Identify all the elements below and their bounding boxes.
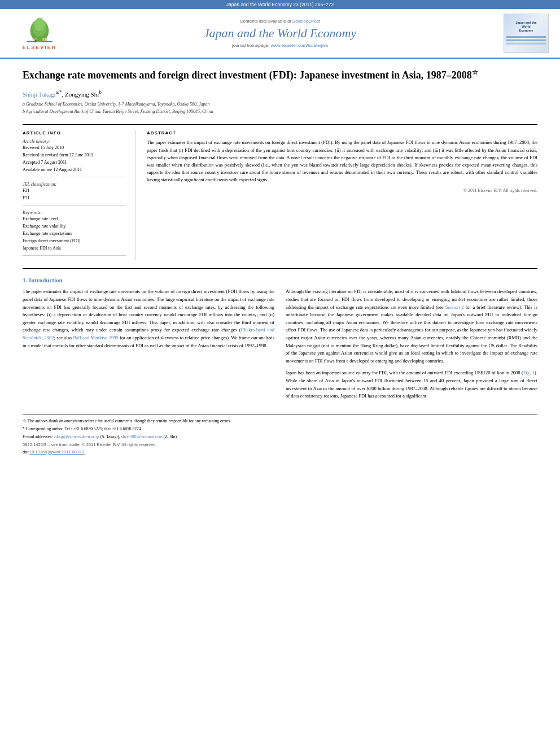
journal-header-center: Contents lists available at ScienceDirec… (68, 19, 492, 48)
ball-mankiw-link[interactable]: Ball and Mankiw, 1995 (73, 335, 118, 340)
intro-body-columns: The paper estimates the impact of exchan… (23, 288, 537, 404)
affiliation-b: b Agricultural Development Bank of China… (23, 108, 537, 116)
journal-cover-image: Japan and the World Economy (504, 14, 549, 53)
svg-point-5 (34, 38, 37, 41)
article-info-heading: ARTICLE INFO (23, 130, 126, 136)
title-star: ☆ (472, 68, 478, 76)
revised-date: Received in revised form 27 June 2011 (23, 152, 126, 158)
intro-col1-p1: The paper estimates the impact of exchan… (23, 288, 274, 350)
intro-col2-p1: Although the existing literature on FDI … (286, 288, 537, 365)
author-name-2: (Z. Shi). (163, 434, 178, 439)
email-label: E-mail addresses: (23, 434, 54, 439)
abstract-heading: ABSTRACT (147, 130, 537, 136)
intro-col-right: Although the existing literature on FDI … (286, 288, 537, 404)
cover-lines (506, 35, 546, 46)
elsevier-logo-area: ELSEVIER (11, 16, 68, 50)
homepage-link[interactable]: www.elsevier.com/locate/jwe (271, 43, 328, 48)
footnote-3: E-mail addresses: takagi@econ.osaka-u.ac… (23, 434, 537, 440)
author1-link[interactable]: Shinji Takagi (23, 91, 56, 98)
intro-heading: 1. Introduction (23, 277, 537, 283)
sciencedirect-line: Contents lists available at ScienceDirec… (68, 19, 492, 24)
journal-header: ELSEVIER Contents lists available at Sci… (0, 9, 560, 59)
jel-label: JEL classification: (23, 182, 126, 187)
accepted-date: Accepted 7 August 2011 (23, 160, 126, 165)
elsevier-tree-icon (23, 16, 56, 45)
copyright-line: © 2011 Elsevier B.V. All rights reserved… (147, 188, 537, 193)
journal-title: Japan and the World Economy (68, 26, 492, 41)
affiliation-a: a Graduate School of Economics, Osaka Un… (23, 101, 537, 108)
keywords-label: Keywords: (23, 210, 126, 215)
doi-line: doi:10.1016/j.japwor.2011.08.001 (23, 449, 537, 455)
history-label: Article history: (23, 139, 126, 144)
issn-line: 0922-1425/$ – see front matter © 2011 El… (23, 442, 537, 447)
author2-super: b (99, 89, 102, 95)
footnote-1: ☆ The authors thank an anonymous referee… (23, 418, 537, 424)
keyword-3: Exchange rate expectations (23, 231, 126, 236)
footnote-2: * Corresponding author. Tel.: +81 6 6850… (23, 426, 537, 432)
article-info-panel: ARTICLE INFO Article history: Received 1… (23, 130, 135, 260)
keyword-5: Japanese FDI to Asia (23, 246, 126, 251)
journal-cover-area: Japan and the World Economy (492, 14, 549, 53)
doi-link[interactable]: 10.1016/j.japwor.2011.08.001 (29, 449, 85, 455)
keyword-4: Foreign direct investment (FDI) (23, 238, 126, 243)
fig1-link[interactable]: Fig. 1 (523, 370, 535, 375)
intro-col2-p2: Japan has been an important source count… (286, 369, 537, 400)
svg-point-4 (34, 18, 45, 32)
journal-issue-text: Japan and the World Economy 23 (2011) 26… (226, 2, 334, 7)
received-date: Received 15 July 2010 (23, 145, 126, 150)
introduction-section: 1. Introduction The paper estimates the … (23, 277, 537, 404)
email-link-2[interactable]: shzy1008@hotmail.com (121, 434, 163, 439)
affiliations: a Graduate School of Economics, Osaka Un… (23, 101, 537, 116)
info-divider-2 (23, 205, 126, 206)
chakrabarti-link[interactable]: Chakra-barti and Scholnick, 2002 (23, 327, 274, 340)
info-divider-1 (23, 177, 126, 177)
info-divider-3 (23, 255, 126, 256)
doi-label: doi: (23, 449, 29, 455)
cover-title: Japan and the World Economy (516, 21, 537, 33)
footnotes-section: ☆ The authors thank an anonymous referee… (23, 414, 537, 455)
elsevier-text: ELSEVIER (23, 45, 57, 50)
article-title: Exchange rate movements and foreign dire… (23, 68, 537, 82)
jel-f31: F31 (23, 195, 126, 200)
section2-link[interactable]: Section 2 (445, 304, 464, 310)
keyword-1: Exchange rate level (23, 216, 126, 221)
info-abstract-section: ARTICLE INFO Article history: Received 1… (23, 124, 537, 260)
author-name-1: (S. Takagi), (99, 434, 121, 439)
elsevier-logo: ELSEVIER (11, 16, 68, 50)
page: Japan and the World Economy 23 (2011) 26… (0, 0, 560, 747)
journal-issue-bar: Japan and the World Economy 23 (2011) 26… (0, 0, 560, 9)
abstract-text: The paper estimates the impact of exchan… (147, 139, 537, 184)
keyword-2: Exchange rate volatility (23, 224, 126, 229)
abstract-panel: ABSTRACT The paper estimates the impact … (147, 130, 537, 260)
online-date: Available online 12 August 2011 (23, 167, 126, 172)
email-link-1[interactable]: takagi@econ.osaka-u.ac.jp (54, 434, 99, 439)
main-content: Exchange rate movements and foreign dire… (0, 59, 560, 464)
intro-col-left: The paper estimates the impact of exchan… (23, 288, 274, 404)
authors-line: Shinji Takagia,*, Zongying Shib (23, 89, 537, 98)
journal-homepage: journal homepage: www.elsevier.com/locat… (68, 43, 492, 48)
jel-f21: F21 (23, 188, 126, 193)
section-divider (23, 268, 537, 269)
sciencedirect-link[interactable]: ScienceDirect (292, 19, 320, 24)
svg-rect-6 (34, 40, 36, 43)
